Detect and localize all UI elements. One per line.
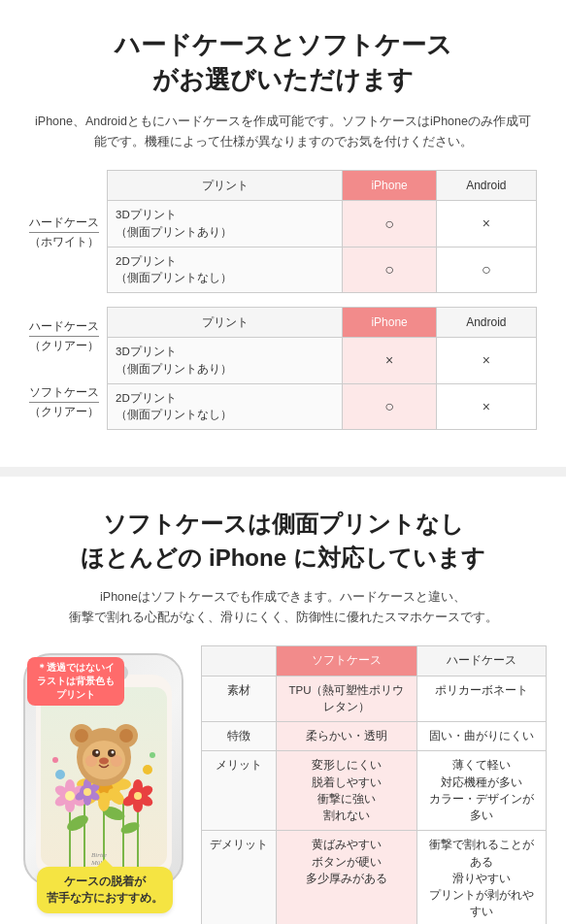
svg-point-57 bbox=[150, 752, 155, 758]
comparison-area: ＊透過ではないイラストは背景色もプリント bbox=[19, 645, 547, 924]
table2: プリント iPhone Android 3Dプリント（側面プリントあり） × ×… bbox=[107, 307, 537, 430]
label-material: 素材 bbox=[202, 676, 277, 722]
svg-point-52 bbox=[85, 755, 97, 767]
svg-point-33 bbox=[83, 788, 91, 796]
table2-side-labels: ハードケース （クリアー） ソフトケース （クリアー） bbox=[29, 307, 107, 430]
soft-demerit: 黄ばみやすいボタンが硬い多少厚みがある bbox=[277, 831, 417, 924]
hard-demerit: 衝撃で割れることがある滑りやすいプリントが剥がれやすい bbox=[416, 831, 546, 924]
col-iphone-header: iPhone bbox=[343, 171, 436, 201]
hard-material: ポリカーボネート bbox=[416, 676, 546, 722]
yellow-bubble: ケースの脱着が 苦手な方におすすめ。 bbox=[37, 867, 173, 914]
table-row: 3Dプリント（側面プリントあり） ○ × bbox=[108, 201, 537, 248]
svg-point-54 bbox=[55, 770, 65, 779]
comp-soft-header: ソフトケース bbox=[277, 646, 417, 676]
table-row: 特徴 柔らかい・透明 固い・曲がりにくい bbox=[202, 722, 547, 751]
label-demerit: デメリット bbox=[202, 831, 277, 924]
note-bubble: ＊透過ではないイラストは背景色もプリント bbox=[27, 657, 124, 706]
table-row: 2Dプリント（側面プリントなし） ○ ○ bbox=[108, 247, 537, 293]
iphone-3d-value: ○ bbox=[343, 201, 436, 248]
print-3d-label: 3Dプリント（側面プリントあり） bbox=[108, 201, 343, 248]
comparison-table: ソフトケース ハードケース 素材 TPU（熱可塑性ポリウレタン） ポリカーボネー… bbox=[201, 645, 547, 924]
iphone2-2d-value: ○ bbox=[343, 383, 436, 430]
table1: プリント iPhone Android 3Dプリント（側面プリントあり） ○ ×… bbox=[107, 170, 537, 293]
svg-point-43 bbox=[75, 729, 88, 742]
section1-title: ハードケースとソフトケース がお選びいただけます bbox=[29, 27, 537, 98]
iphone2-3d-value: × bbox=[343, 338, 436, 384]
soft-feature: 柔らかい・透明 bbox=[277, 722, 417, 751]
svg-text:Birtte: Birtte bbox=[91, 851, 107, 859]
section-divider bbox=[0, 467, 566, 477]
hard-feature: 固い・曲がりにくい bbox=[416, 722, 546, 751]
svg-point-55 bbox=[143, 765, 152, 775]
table-row: デメリット 黄ばみやすいボタンが硬い多少厚みがある 衝撃で割れることがある滑りや… bbox=[202, 831, 547, 924]
col2-iphone-header: iPhone bbox=[343, 308, 436, 338]
android-2d-value: ○ bbox=[436, 247, 536, 293]
svg-point-50 bbox=[111, 750, 114, 753]
col2-android-header: Android bbox=[436, 308, 536, 338]
phone-image-col: ＊透過ではないイラストは背景色もプリント bbox=[19, 645, 189, 924]
android2-3d-value: × bbox=[436, 338, 536, 384]
table1-side-labels: ハードケース （ホワイト） bbox=[29, 170, 107, 293]
section1: ハードケースとソフトケース がお選びいただけます iPhone、Androidと… bbox=[0, 0, 566, 459]
soft-case-clear-label: ソフトケース （クリアー） bbox=[29, 383, 99, 420]
svg-point-15 bbox=[98, 792, 110, 811]
soft-merit: 変形しにくい脱着しやすい衝撃に強い割れない bbox=[277, 751, 417, 831]
svg-point-56 bbox=[52, 757, 58, 763]
label-feature: 特徴 bbox=[202, 722, 277, 751]
print2-2d-label: 2Dプリント（側面プリントなし） bbox=[108, 383, 343, 430]
svg-point-40 bbox=[134, 792, 142, 800]
table-row: 3Dプリント（側面プリントあり） × × bbox=[108, 338, 537, 384]
section1-description: iPhone、Androidともにハードケースを作成可能です。ソフトケースはiP… bbox=[29, 112, 537, 153]
soft-material: TPU（熱可塑性ポリウレタン） bbox=[277, 676, 417, 722]
svg-point-26 bbox=[65, 791, 75, 801]
section2: ソフトケースは側面プリントなし ほとんどの iPhone に対応しています iP… bbox=[0, 484, 566, 924]
svg-point-51 bbox=[99, 757, 109, 764]
table1-group: ハードケース （ホワイト） プリント iPhone Android 3Dプリント… bbox=[29, 170, 537, 293]
android2-2d-value: × bbox=[436, 383, 536, 430]
svg-point-45 bbox=[119, 729, 133, 742]
svg-point-53 bbox=[111, 755, 122, 767]
print2-3d-label: 3Dプリント（側面プリントあり） bbox=[108, 338, 343, 384]
hard-case-white-label: ハードケース （ホワイト） bbox=[29, 214, 99, 250]
bear-illustration-svg: Birtte Mülle bbox=[41, 687, 167, 867]
col-print-header: プリント bbox=[108, 171, 343, 201]
hard-merit: 薄くて軽い対応機種が多いカラー・デザインが多い bbox=[416, 751, 546, 831]
comp-empty-header bbox=[202, 646, 277, 676]
comparison-table-col: ソフトケース ハードケース 素材 TPU（熱可塑性ポリウレタン） ポリカーボネー… bbox=[201, 645, 547, 924]
table-row: 2Dプリント（側面プリントなし） ○ × bbox=[108, 383, 537, 430]
hard-case-clear-label: ハードケース （クリアー） bbox=[29, 317, 99, 354]
section2-description: iPhoneはソフトケースでも作成できます。ハードケースと違い、 衝撃で割れる心… bbox=[19, 587, 547, 629]
android-3d-value: × bbox=[436, 201, 536, 248]
table1-row-group: ハードケース （ホワイト） プリント iPhone Android 3Dプリント… bbox=[29, 170, 537, 293]
col2-print-header: プリント bbox=[108, 308, 343, 338]
col-android-header: Android bbox=[436, 171, 536, 201]
label-merit: メリット bbox=[202, 751, 277, 831]
comp-hard-header: ハードケース bbox=[416, 646, 546, 676]
svg-point-49 bbox=[95, 750, 98, 753]
table2-group: ハードケース （クリアー） ソフトケース （クリアー） プリント iPhone … bbox=[29, 307, 537, 430]
table2-row-group: ハードケース （クリアー） ソフトケース （クリアー） プリント iPhone … bbox=[29, 307, 537, 430]
print-2d-label: 2Dプリント（側面プリントなし） bbox=[108, 247, 343, 293]
section2-title: ソフトケースは側面プリントなし ほとんどの iPhone に対応しています bbox=[19, 508, 547, 576]
table-row: メリット 変形しにくい脱着しやすい衝撃に強い割れない 薄くて軽い対応機種が多いカ… bbox=[202, 751, 547, 831]
iphone-2d-value: ○ bbox=[343, 247, 436, 293]
table-row: 素材 TPU（熱可塑性ポリウレタン） ポリカーボネート bbox=[202, 676, 547, 722]
